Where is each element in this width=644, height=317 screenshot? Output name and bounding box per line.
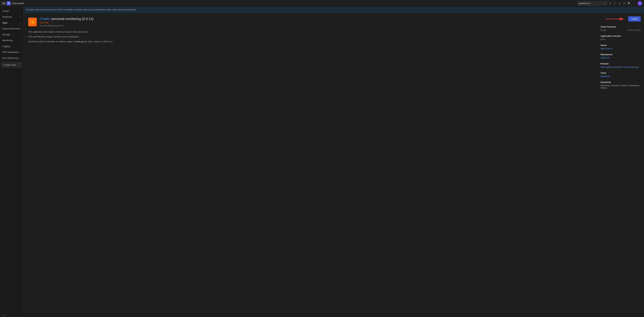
svg-text:US: US bbox=[639, 3, 641, 4]
top-bar-actions: ⬆ ↻ ⬇ ⧉ 🔍 ⋮ US bbox=[608, 1, 642, 6]
bottom-bar-text: v1.0 bbox=[2, 314, 6, 316]
application-version-title: Application Version bbox=[600, 35, 641, 37]
avatar[interactable]: US bbox=[638, 1, 642, 6]
app-logo: R bbox=[7, 1, 11, 5]
home-link[interactable]: https://cerit.io bbox=[600, 48, 641, 50]
red-arrow-indicator bbox=[606, 16, 626, 22]
namespace-selector[interactable]: spisakova-ns × ▾ bbox=[577, 1, 607, 5]
chevron-down-icon: ▾ bbox=[20, 45, 21, 47]
sidebar-item-storage-label: Storage bbox=[2, 33, 10, 36]
sidebar-bottom: ✦ Cluster Tools bbox=[0, 61, 23, 69]
namespace-close-icon[interactable]: × bbox=[603, 2, 604, 4]
hamburger-menu-icon[interactable] bbox=[2, 2, 5, 5]
chart-title-area: Charts: personal-monitoring (0.0.14) Lin… bbox=[40, 17, 94, 27]
chevron-down-icon: ▾ bbox=[20, 22, 21, 24]
cluster-tools-button[interactable]: ✦ Cluster Tools bbox=[1, 63, 22, 68]
top-bar: R kuba-cluster spisakova-ns × ▾ ⬆ ↻ ⬇ ⧉ … bbox=[0, 0, 644, 7]
chevron-down-icon: ▾ bbox=[20, 28, 21, 30]
application-version-section: Application Version 0.0.4 bbox=[600, 35, 641, 41]
bottom-bar: v1.0 bbox=[0, 313, 644, 317]
sidebar-item-cluster-label: Cluster bbox=[2, 10, 9, 12]
svg-text:R: R bbox=[8, 3, 9, 4]
related-link[interactable]: https://github.com/CERIT-SC/rancher-apps bbox=[600, 66, 641, 68]
home-title: Home bbox=[600, 44, 641, 47]
chart-right-sidebar: Install Chart Versions 0.0.14 Fri, Dec 9… bbox=[597, 13, 644, 313]
copy-icon[interactable]: ⧉ bbox=[623, 1, 626, 5]
chart-download-link[interactable]: Download bbox=[600, 75, 641, 78]
maintainers-link[interactable]: CERIT-SC bbox=[600, 57, 641, 59]
description-line-2: CPU and Memory usage of pods in your nam… bbox=[28, 35, 592, 39]
chart-title: Charts: personal-monitoring (0.0.14) bbox=[40, 17, 94, 21]
sidebar-item-service-discovery[interactable]: Service Discovery ▾ bbox=[0, 26, 23, 32]
home-section: Home https://cerit.io bbox=[600, 44, 641, 50]
cluster-title: kuba-cluster bbox=[12, 2, 24, 5]
keywords-title: Keywords bbox=[600, 81, 641, 83]
sidebar-item-workload[interactable]: Workload ▾ bbox=[0, 14, 23, 20]
maintainers-section: Maintainers CERIT-SC bbox=[600, 53, 641, 59]
namespace-label: spisakova-ns bbox=[578, 2, 602, 5]
chart-versions-title: Chart Versions bbox=[600, 26, 641, 28]
chevron-down-icon: ▾ bbox=[20, 51, 21, 53]
banner-close-button[interactable]: × bbox=[640, 9, 641, 11]
chevron-down-icon: ▾ bbox=[20, 34, 21, 36]
description-line-3: Monitoring will be reachable on address … bbox=[28, 40, 592, 44]
keywords-section: Keywords Monitoring, Personal, Grafana, … bbox=[600, 81, 641, 89]
refresh-icon[interactable]: ↻ bbox=[613, 1, 617, 5]
chart-main-content: 🔶 Charts: personal-monitoring (0.0.14) L… bbox=[24, 13, 597, 313]
description-line-1: This application will create a Grafana i… bbox=[28, 30, 592, 34]
sidebar-item-logging-label: Logging bbox=[2, 45, 10, 48]
chart-title-prefix: Charts: bbox=[40, 17, 50, 21]
sidebar-item-monitoring[interactable]: Monitoring ▾ bbox=[0, 38, 23, 43]
chart-detail: 🔶 Charts: personal-monitoring (0.0.14) L… bbox=[24, 13, 644, 313]
chart-version-date: Fri, Dec 9 2022 bbox=[627, 29, 641, 31]
upload-icon[interactable]: ⬆ bbox=[608, 1, 612, 5]
chart-version-line: Personal Monitoring v0.0.4 bbox=[40, 25, 94, 27]
chart-description: This application will create a Grafana i… bbox=[28, 30, 592, 44]
sidebar-item-cluster[interactable]: Cluster ▾ bbox=[0, 8, 23, 14]
address-code: pmon-[namespace].dyn.cloud.e-infra.cz bbox=[68, 41, 112, 43]
install-button[interactable]: Install bbox=[628, 16, 641, 22]
sidebar-item-monitoring-label: Monitoring bbox=[2, 39, 12, 42]
linux-only-badge: Linux only bbox=[40, 22, 49, 24]
keywords-value: Monitoring, Personal, Grafana, Prometheu… bbox=[600, 84, 641, 89]
sidebar-item-storage[interactable]: Storage ▾ bbox=[0, 32, 23, 38]
info-banner: All charts have at least one version tha… bbox=[24, 7, 644, 13]
address-suffix: . bbox=[112, 40, 113, 43]
sidebar-item-apps[interactable]: Apps ▾ bbox=[0, 20, 23, 26]
chevron-down-icon: ▾ bbox=[20, 10, 21, 12]
content-area: All charts have at least one version tha… bbox=[24, 7, 644, 313]
more-icon[interactable]: ⋮ bbox=[632, 1, 636, 5]
sidebar-item-logging[interactable]: Logging ▾ bbox=[0, 43, 23, 49]
sidebar-item-apps-label: Apps bbox=[2, 22, 8, 24]
chart-version-row: 0.0.14 Fri, Dec 9 2022 bbox=[600, 29, 641, 31]
sidebar: Cluster ▾ Workload ▾ Apps ▾ Service Disc… bbox=[0, 7, 24, 313]
chevron-down-icon: ▾ bbox=[20, 16, 21, 18]
maintainers-title: Maintainers bbox=[600, 53, 641, 56]
description-address-label: Monitoring will be reachable on address bbox=[28, 40, 66, 43]
svg-text:🔶: 🔶 bbox=[31, 20, 35, 24]
chart-version-value: 0.0.14 bbox=[600, 29, 606, 31]
main-layout: Cluster ▾ Workload ▾ Apps ▾ Service Disc… bbox=[0, 7, 644, 313]
related-title: Related bbox=[600, 63, 641, 65]
banner-text: All charts have at least one version tha… bbox=[26, 9, 136, 11]
chart-versions-section: Chart Versions 0.0.14 Fri, Dec 9 2022 bbox=[600, 26, 641, 31]
chart-app-icon: 🔶 bbox=[28, 18, 37, 26]
application-version-value: 0.0.4 bbox=[600, 38, 641, 41]
chart-header: 🔶 Charts: personal-monitoring (0.0.14) L… bbox=[28, 17, 592, 27]
sidebar-item-more-resources-label: More Resources bbox=[2, 57, 18, 59]
search-icon[interactable]: 🔍 bbox=[627, 1, 631, 5]
sidebar-item-workload-label: Workload bbox=[2, 16, 12, 18]
sidebar-item-opa-label: OPA Gatekeeper bbox=[2, 51, 18, 53]
namespace-dropdown-icon[interactable]: ▾ bbox=[605, 2, 606, 4]
sidebar-item-opa[interactable]: OPA Gatekeeper ▾ bbox=[0, 49, 23, 55]
sidebar-item-more-resources[interactable]: More Resources ▾ bbox=[0, 55, 23, 61]
sidebar-item-service-discovery-label: Service Discovery bbox=[2, 27, 20, 30]
chevron-down-icon: ▾ bbox=[20, 40, 21, 41]
chart-section-title: Chart bbox=[600, 72, 641, 74]
chevron-down-icon: ▾ bbox=[20, 57, 21, 59]
chart-title-name: personal-monitoring (0.0.14) bbox=[50, 17, 94, 21]
download-icon[interactable]: ⬇ bbox=[618, 1, 621, 5]
related-section: Related https://github.com/CERIT-SC/ranc… bbox=[600, 63, 641, 68]
chart-download-section: Chart Download bbox=[600, 72, 641, 78]
